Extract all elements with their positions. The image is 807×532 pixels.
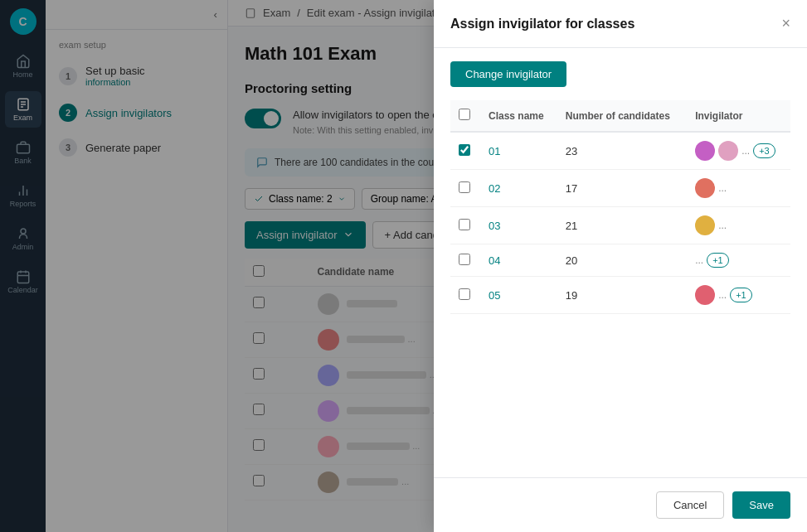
inv-badge: +3 bbox=[753, 143, 775, 158]
modal-col-candidates: Number of candidates bbox=[557, 100, 687, 132]
inv-ellipsis: ... bbox=[741, 145, 750, 157]
class-candidates-count: 23 bbox=[557, 132, 687, 170]
inv-avatar bbox=[718, 141, 738, 161]
class-checkbox-0[interactable] bbox=[459, 144, 470, 156]
class-invigilator-cell: ...+1 bbox=[687, 277, 790, 314]
class-id: 03 bbox=[480, 207, 557, 244]
inv-ellipsis: ... bbox=[695, 254, 703, 266]
class-row: 05 19 ...+1 bbox=[450, 277, 790, 314]
class-row: 04 20 ...+1 bbox=[450, 244, 790, 277]
inv-avatar bbox=[695, 178, 715, 198]
inv-avatar bbox=[695, 285, 715, 305]
modal-body: Change invigilator Class name Number of … bbox=[434, 48, 807, 477]
class-checkbox-1[interactable] bbox=[459, 181, 470, 193]
class-invigilator-cell: ... bbox=[687, 207, 790, 244]
class-invigilator-cell: ...+1 bbox=[687, 244, 790, 277]
class-id: 05 bbox=[480, 277, 557, 314]
class-invigilator-cell: ... bbox=[687, 170, 790, 207]
modal-col-invigilator: Invigilator bbox=[687, 100, 790, 132]
overlay: Assign invigilator for classes × Change … bbox=[0, 0, 807, 532]
class-invigilator-cell: ...+3 bbox=[687, 132, 790, 170]
modal-col-check bbox=[450, 100, 480, 132]
class-row: 02 17 ... bbox=[450, 170, 790, 207]
class-checkbox-2[interactable] bbox=[459, 219, 470, 230]
class-candidates-count: 21 bbox=[557, 207, 687, 244]
class-candidates-count: 17 bbox=[557, 170, 687, 207]
class-row: 01 23 ...+3 bbox=[450, 132, 790, 170]
modal-footer: Cancel Save bbox=[434, 477, 807, 532]
cancel-button[interactable]: Cancel bbox=[656, 491, 724, 519]
class-id: 04 bbox=[480, 244, 557, 277]
class-candidates-count: 19 bbox=[557, 277, 687, 314]
class-id: 01 bbox=[480, 132, 557, 170]
inv-ellipsis: ... bbox=[718, 289, 727, 301]
classes-table: Class name Number of candidates Invigila… bbox=[450, 100, 790, 314]
class-id: 02 bbox=[480, 170, 557, 207]
inv-ellipsis: ... bbox=[718, 220, 727, 231]
class-candidates-count: 20 bbox=[557, 244, 687, 277]
modal-header: Assign invigilator for classes × bbox=[434, 0, 807, 48]
inv-ellipsis: ... bbox=[718, 182, 727, 194]
class-checkbox-4[interactable] bbox=[459, 288, 470, 300]
class-row: 03 21 ... bbox=[450, 207, 790, 244]
modal-title: Assign invigilator for classes bbox=[450, 17, 634, 31]
change-invigilator-button[interactable]: Change invigilator bbox=[450, 61, 566, 87]
inv-badge: +1 bbox=[707, 253, 729, 268]
modal-col-class: Class name bbox=[480, 100, 557, 132]
class-checkbox-3[interactable] bbox=[459, 254, 470, 265]
modal-close-button[interactable]: × bbox=[781, 15, 790, 32]
save-button[interactable]: Save bbox=[732, 491, 790, 519]
inv-badge: +1 bbox=[730, 288, 752, 302]
modal-select-all[interactable] bbox=[459, 109, 470, 120]
inv-avatar bbox=[695, 141, 715, 161]
inv-avatar bbox=[695, 215, 715, 235]
modal: Assign invigilator for classes × Change … bbox=[434, 0, 807, 532]
